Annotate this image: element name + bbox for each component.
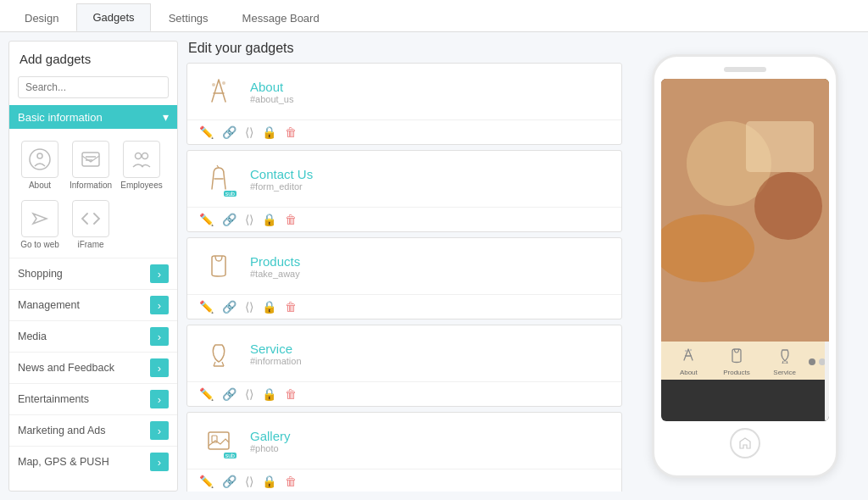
gadget-card-contact-name: Contact Us <box>250 167 609 181</box>
category-management-label: Management <box>18 299 80 311</box>
svg-rect-2 <box>82 153 99 166</box>
nav-dot-1 <box>809 358 815 365</box>
svg-point-14 <box>661 202 743 259</box>
edit-icon[interactable]: ✏️ <box>199 475 214 488</box>
gadget-go-to-web-label: Go to web <box>20 240 59 249</box>
gadget-card-products-actions: ✏️ 🔗 ⟨⟩ 🔒 🗑 <box>187 294 621 319</box>
phone-home-button[interactable] <box>730 428 760 458</box>
search-input[interactable] <box>18 76 169 98</box>
arrow-icon: › <box>150 358 169 377</box>
link-icon[interactable]: 🔗 <box>222 475 236 488</box>
delete-icon[interactable]: 🗑 <box>285 475 297 488</box>
gadget-card-about-header: About #about_us <box>187 64 621 119</box>
svg-point-18 <box>764 274 821 319</box>
category-media-label: Media <box>18 331 47 342</box>
phone-frame: About Products <box>652 54 838 478</box>
gadget-card-gallery-info: Gallery #photo <box>250 429 609 453</box>
right-panel: About Products <box>631 41 860 492</box>
code-icon[interactable]: ⟨⟩ <box>245 300 253 314</box>
phone-speaker <box>724 67 766 72</box>
lock-icon[interactable]: 🔒 <box>262 125 276 139</box>
gadget-card-products-name: Products <box>250 254 609 269</box>
delete-icon[interactable]: 🗑 <box>285 300 297 314</box>
phone-nav-service[interactable]: Service <box>760 347 809 376</box>
gadget-card-about-hash: #about_us <box>250 94 609 104</box>
link-icon[interactable]: 🔗 <box>222 387 236 401</box>
lock-icon[interactable]: 🔒 <box>262 475 276 488</box>
tab-message-board[interactable]: Message Board <box>226 4 336 31</box>
category-map-gps-label: Map, GPS & PUSH <box>18 456 109 468</box>
svg-rect-11 <box>661 83 829 338</box>
arrow-icon: › <box>150 421 169 440</box>
gadget-card-service-info: Service #information <box>250 342 609 366</box>
category-map-gps[interactable]: Map, GPS & PUSH › <box>9 446 177 477</box>
tab-settings[interactable]: Settings <box>153 4 225 31</box>
gadget-card-products-header: Products #take_away <box>187 238 621 294</box>
edit-icon[interactable]: ✏️ <box>199 213 214 226</box>
phone-nav-products-label: Products <box>723 369 750 376</box>
lock-icon[interactable]: 🔒 <box>262 213 276 226</box>
gadget-card-gallery-hash: #photo <box>250 443 609 453</box>
phone-food-image <box>661 79 829 342</box>
gadget-about-icon <box>21 141 58 178</box>
edit-icon[interactable]: ✏️ <box>199 387 214 401</box>
link-icon[interactable]: 🔗 <box>222 213 236 226</box>
svg-line-22 <box>768 115 772 164</box>
sub-badge: sub <box>224 191 236 197</box>
left-panel: Add gadgets Basic information ▾ A <box>8 41 178 492</box>
gadget-about[interactable]: About <box>16 137 64 193</box>
link-icon[interactable]: 🔗 <box>222 300 236 314</box>
gadget-information[interactable]: Information <box>67 137 114 193</box>
gadget-employees-label: Employees <box>120 181 162 190</box>
tab-design[interactable]: Design <box>8 4 75 31</box>
gadget-employees[interactable]: Employees <box>118 137 165 193</box>
svg-point-15 <box>752 219 818 276</box>
delete-icon[interactable]: 🗑 <box>285 387 297 401</box>
gadget-card-products-info: Products #take_away <box>250 254 609 279</box>
gadget-iframe-icon <box>72 200 109 237</box>
code-icon[interactable]: ⟨⟩ <box>245 475 253 488</box>
svg-point-13 <box>739 148 813 214</box>
app-container: Design Gadgets Settings Message Board Ad… <box>0 0 868 500</box>
edit-icon[interactable]: ✏️ <box>199 300 214 314</box>
tab-gadgets[interactable]: Gadgets <box>76 3 150 31</box>
category-media[interactable]: Media › <box>9 320 177 352</box>
active-category[interactable]: Basic information ▾ <box>9 105 177 129</box>
gadget-card-gallery-icon: sub <box>199 421 238 460</box>
phone-bottom-nav: About Products <box>661 342 829 380</box>
gadget-iframe[interactable]: iFrame <box>67 197 114 253</box>
code-icon[interactable]: ⟨⟩ <box>245 125 253 139</box>
category-entertainments[interactable]: Entertainments › <box>9 383 177 414</box>
gadget-card-about-icon <box>199 72 238 111</box>
lock-icon[interactable]: 🔒 <box>262 387 276 401</box>
phone-nav-about[interactable]: About <box>665 347 713 376</box>
delete-icon[interactable]: 🗑 <box>285 213 297 226</box>
gadget-card-service: Service #information ✏️ 🔗 ⟨⟩ 🔒 🗑 <box>186 325 622 407</box>
phone-nav-products[interactable]: Products <box>713 347 761 376</box>
gadget-card-service-name: Service <box>250 342 609 356</box>
gadget-card-service-actions: ✏️ 🔗 ⟨⟩ 🔒 🗑 <box>187 381 621 406</box>
category-news-feedback[interactable]: News and Feedback › <box>9 352 177 383</box>
link-icon[interactable]: 🔗 <box>222 125 236 139</box>
code-icon[interactable]: ⟨⟩ <box>245 387 253 401</box>
code-icon[interactable]: ⟨⟩ <box>245 213 253 226</box>
gadget-go-to-web[interactable]: Go to web <box>16 197 64 253</box>
svg-line-21 <box>756 115 760 164</box>
top-tabs: Design Gadgets Settings Message Board <box>0 0 868 32</box>
lock-icon[interactable]: 🔒 <box>262 300 276 314</box>
gadget-card-gallery-header: sub Gallery #photo <box>187 413 621 469</box>
gadget-card-gallery-actions: ✏️ 🔗 ⟨⟩ 🔒 🗑 <box>187 469 621 492</box>
arrow-icon: › <box>150 264 169 283</box>
category-shopping[interactable]: Shopping › <box>9 258 177 289</box>
arrow-icon: › <box>150 296 169 314</box>
gadget-information-label: Information <box>70 181 112 190</box>
sub-badge: sub <box>224 453 236 458</box>
delete-icon[interactable]: 🗑 <box>285 125 297 139</box>
phone-nav-about-label: About <box>680 369 698 376</box>
edit-icon[interactable]: ✏️ <box>199 125 214 139</box>
category-marketing[interactable]: Marketing and Ads › <box>9 414 177 446</box>
gadget-card-service-hash: #information <box>250 356 609 366</box>
category-entertainments-label: Entertainments <box>18 393 89 405</box>
gadget-card-service-icon <box>199 334 238 373</box>
category-management[interactable]: Management › <box>9 289 177 320</box>
